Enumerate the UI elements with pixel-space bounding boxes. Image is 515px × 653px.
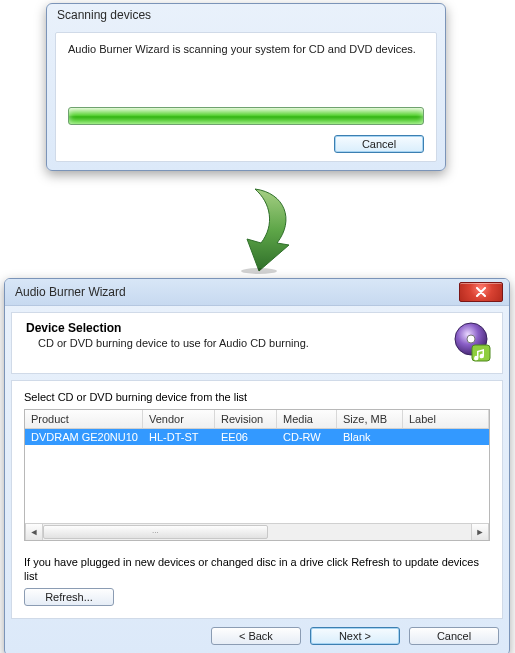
progress-bar [68,107,424,125]
cell-vendor: HL-DT-ST [143,429,215,445]
cell-size: Blank [337,429,403,445]
col-revision[interactable]: Revision [215,410,277,428]
cancel-button[interactable]: Cancel [409,627,499,645]
wizard-dialog: Audio Burner Wizard Device Selection CD … [4,278,510,653]
header-title: Device Selection [26,321,450,335]
next-button[interactable]: Next > [310,627,400,645]
back-button[interactable]: < Back [211,627,301,645]
cell-product: DVDRAM GE20NU10 [25,429,143,445]
wizard-body: Select CD or DVD burning device from the… [11,380,503,619]
scanning-title: Scanning devices [57,8,151,22]
wizard-header: Device Selection CD or DVD burning devic… [11,312,503,374]
svg-point-0 [241,268,277,274]
wizard-title: Audio Burner Wizard [15,285,459,299]
listview-header[interactable]: Product Vendor Revision Media Size, MB L… [25,410,489,429]
flow-arrow-icon [215,185,305,275]
close-icon [475,287,487,297]
svg-point-2 [467,335,475,343]
refresh-note: If you have plugged in new devices or ch… [24,555,490,584]
table-row[interactable]: DVDRAM GE20NU10 HL-DT-ST EE06 CD-RW Blan… [25,429,489,445]
scroll-track[interactable]: ··· [43,524,471,540]
col-size[interactable]: Size, MB [337,410,403,428]
col-label[interactable]: Label [403,410,489,428]
refresh-button[interactable]: Refresh... [24,588,114,606]
col-product[interactable]: Product [25,410,143,428]
col-vendor[interactable]: Vendor [143,410,215,428]
close-button[interactable] [459,282,503,302]
scanning-message: Audio Burner Wizard is scanning your sys… [68,43,424,107]
scroll-thumb[interactable]: ··· [43,525,268,539]
wizard-footer: < Back Next > Cancel [11,625,503,649]
col-media[interactable]: Media [277,410,337,428]
device-listview[interactable]: Product Vendor Revision Media Size, MB L… [24,409,490,541]
cell-label [403,429,489,445]
header-subtitle: CD or DVD burning device to use for Audi… [26,337,450,349]
cell-media: CD-RW [277,429,337,445]
scroll-right-button[interactable]: ► [471,524,489,540]
horizontal-scrollbar[interactable]: ◄ ··· ► [25,523,489,540]
scroll-left-button[interactable]: ◄ [25,524,43,540]
wizard-titlebar[interactable]: Audio Burner Wizard [5,279,509,306]
cell-revision: EE06 [215,429,277,445]
cancel-button[interactable]: Cancel [334,135,424,153]
scanning-titlebar[interactable]: Scanning devices [47,4,445,30]
select-device-label: Select CD or DVD burning device from the… [24,391,490,403]
scanning-dialog: Scanning devices Audio Burner Wizard is … [46,3,446,171]
listview-body[interactable]: DVDRAM GE20NU10 HL-DT-ST EE06 CD-RW Blan… [25,429,489,523]
disc-music-icon [450,321,492,363]
